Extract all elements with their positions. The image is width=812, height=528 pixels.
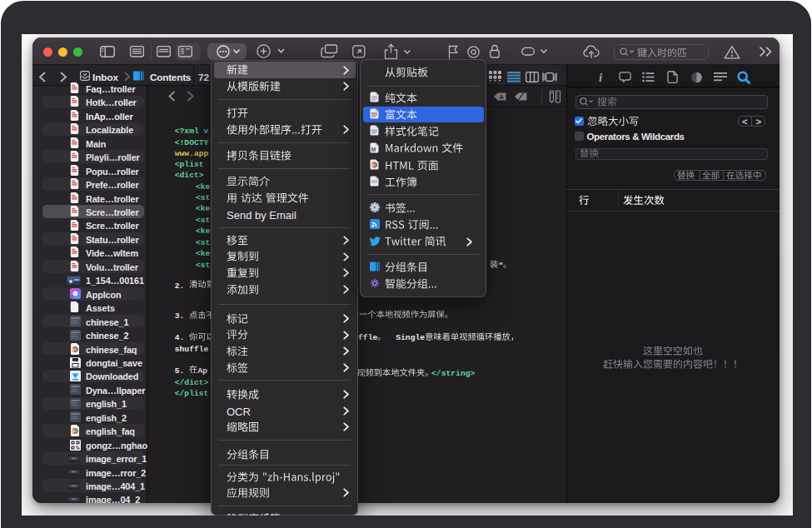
svg-text:i: i [599, 71, 603, 83]
svg-text:M: M [371, 146, 376, 152]
svg-text:A: A [500, 93, 505, 101]
